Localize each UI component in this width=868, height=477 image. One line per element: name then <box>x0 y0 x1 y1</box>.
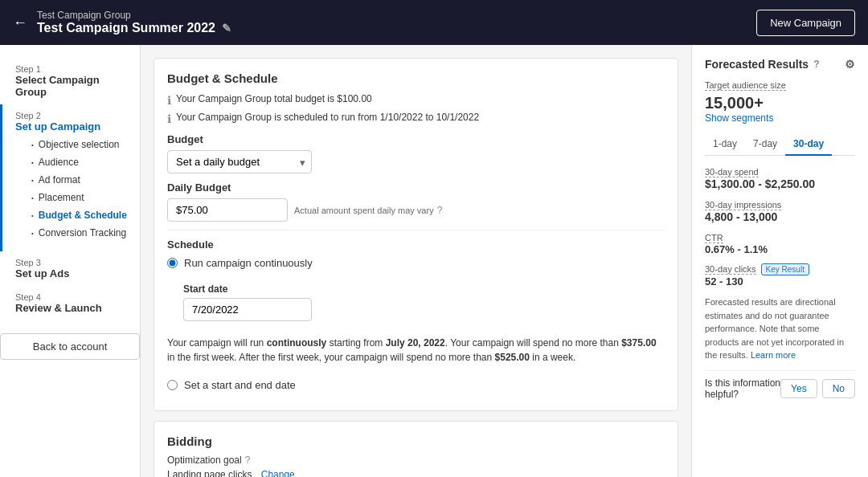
nav-ad-format[interactable]: •Ad format <box>31 171 127 189</box>
run-continuously-label: Run campaign continuously <box>184 257 313 269</box>
bullet-icon: • <box>31 212 34 219</box>
tab-1day[interactable]: 1-day <box>705 133 745 156</box>
forecast-hint-icon: ? <box>813 59 819 70</box>
bullet-icon: • <box>31 230 34 237</box>
audience-label: Target audience size <box>705 80 786 91</box>
step1-title: Select Campaign Group <box>15 74 127 98</box>
step2-label: Step 2 <box>15 111 127 120</box>
content-area: Budget & Schedule ℹ Your Campaign Group … <box>141 45 691 477</box>
sidebar-step4: Step 4 Review & Launch <box>0 286 140 320</box>
run-continuously-radio[interactable] <box>167 258 178 268</box>
key-result-badge: Key Result <box>761 263 809 275</box>
sidebar-step2: Step 2 Set up Campaign •Objective select… <box>0 104 140 251</box>
run-continuously-option[interactable]: Run campaign continuously <box>167 257 665 269</box>
start-date-label: Start date <box>183 283 665 295</box>
set-start-end-option[interactable]: Set a start and end date <box>167 379 665 391</box>
clicks-label: 30-day clicks <box>705 264 756 275</box>
nav-placement[interactable]: •Placement <box>31 189 127 206</box>
campaign-name-row: Test Campaign Summer 2022 ✎ <box>37 21 231 35</box>
optimization-goal-row: Optimization goal ? <box>167 455 665 466</box>
optimization-hint-icon: ? <box>245 455 251 466</box>
impressions-label: 30-day impressions <box>705 200 781 210</box>
set-start-end-radio[interactable] <box>167 380 178 390</box>
budget-schedule-card: Budget & Schedule ℹ Your Campaign Group … <box>154 58 678 411</box>
forecasted-results-label: Forecasted Results <box>705 58 809 71</box>
tab-30day[interactable]: 30-day <box>785 133 832 156</box>
helpful-row: Is this information helpful? Yes No <box>705 370 855 400</box>
divider-1 <box>167 230 665 230</box>
sidebar: Step 1 Select Campaign Group Step 2 Set … <box>0 45 141 477</box>
back-icon: ← <box>13 14 27 31</box>
bullet-icon: • <box>31 194 34 202</box>
bullet-icon: • <box>31 177 34 184</box>
forecast-title-text: Forecasted Results ? <box>705 58 820 71</box>
main-body: Step 1 Select Campaign Group Step 2 Set … <box>0 45 868 477</box>
budget-type-select[interactable]: Set a daily budget Set a total budget No… <box>167 150 312 173</box>
sidebar-step1: Step 1 Select Campaign Group <box>0 58 140 104</box>
daily-budget-input-group: Actual amount spent daily may vary ? <box>167 198 665 222</box>
impressions-metric: 30-day impressions 4,800 - 13,000 <box>705 198 855 223</box>
right-panel: Forecasted Results ? ⚙ Target audience s… <box>691 45 868 477</box>
spend-value: $1,300.00 - $2,250.00 <box>705 177 855 190</box>
bullet-icon: • <box>31 141 34 149</box>
helpful-label: Is this information helpful? <box>705 377 780 400</box>
show-segments-link[interactable]: Show segments <box>705 112 855 124</box>
info-row-2: ℹ Your Campaign Group is scheduled to ru… <box>167 112 665 125</box>
start-date-input[interactable] <box>183 298 312 321</box>
no-button[interactable]: No <box>822 379 855 398</box>
hint-question-icon: ? <box>437 205 443 216</box>
budget-label: Budget <box>167 133 665 145</box>
set-start-end-label: Set a start and end date <box>184 379 296 391</box>
bidding-title: Bidding <box>167 434 665 448</box>
info-icon-2: ℹ <box>167 112 171 125</box>
nav-conversion-tracking[interactable]: •Conversion Tracking <box>31 224 127 242</box>
run-info-text: Your campaign will run continuously star… <box>167 336 665 365</box>
step1-label: Step 1 <box>15 64 127 74</box>
learn-more-link[interactable]: Learn more <box>751 350 796 360</box>
ctr-label: CTR <box>705 233 723 243</box>
start-date-section: Start date <box>183 283 665 321</box>
info-text-2: Your Campaign Group is scheduled to run … <box>176 112 479 123</box>
edit-icon[interactable]: ✎ <box>222 22 231 35</box>
clicks-value: 52 - 130 <box>705 275 855 287</box>
nav-objective[interactable]: •Objective selection <box>31 136 127 153</box>
yes-button[interactable]: Yes <box>780 379 817 398</box>
optimization-goal-label: Optimization goal <box>167 455 242 466</box>
step2-nav-list: •Objective selection •Audience •Ad forma… <box>15 132 127 245</box>
campaign-name: Test Campaign Summer 2022 <box>37 21 215 35</box>
info-text-1: Your Campaign Group total budget is $100… <box>176 93 372 104</box>
step3-label: Step 3 <box>15 258 127 267</box>
ctr-value: 0.67% - 1.1% <box>705 243 855 255</box>
forecast-tabs: 1-day 7-day 30-day <box>705 133 855 156</box>
back-button[interactable]: ← <box>13 14 27 31</box>
new-campaign-button[interactable]: New Campaign <box>756 10 855 36</box>
forecast-gear-icon[interactable]: ⚙ <box>845 58 855 71</box>
sidebar-step3: Step 3 Set up Ads <box>0 251 140 286</box>
tab-7day[interactable]: 7-day <box>745 133 785 156</box>
change-link[interactable]: Change <box>261 469 295 477</box>
spend-label: 30-day spend <box>705 167 759 177</box>
bullet-icon: • <box>31 159 34 166</box>
daily-budget-label: Daily Budget <box>167 181 665 194</box>
back-to-account-button[interactable]: Back to account <box>0 333 140 360</box>
schedule-label: Schedule <box>167 238 665 251</box>
spend-metric: 30-day spend $1,300.00 - $2,250.00 <box>705 165 855 190</box>
budget-schedule-title: Budget & Schedule <box>167 71 665 85</box>
daily-budget-hint: Actual amount spent daily may vary ? <box>294 205 442 216</box>
bidding-card: Bidding Optimization goal ? Landing page… <box>154 421 678 477</box>
landing-page-clicks-row: Landing page clicks Change <box>167 469 665 477</box>
nav-budget-schedule[interactable]: •Budget & Schedule <box>31 206 127 224</box>
daily-budget-input[interactable] <box>167 198 288 222</box>
schedule-radio-group: Run campaign continuously Start date You… <box>167 257 665 391</box>
forecast-note: Forecasted results are directional estim… <box>705 296 855 362</box>
nav-audience[interactable]: •Audience <box>31 153 127 171</box>
forecast-title-row: Forecasted Results ? ⚙ <box>705 58 855 71</box>
clicks-metric: 30-day clicks Key Result 52 - 130 <box>705 263 855 287</box>
header-titles: Test Campaign Group Test Campaign Summer… <box>37 10 231 35</box>
landing-page-clicks-label: Landing page clicks <box>167 469 252 477</box>
info-icon-1: ℹ <box>167 94 171 107</box>
header-left: ← Test Campaign Group Test Campaign Summ… <box>13 10 231 35</box>
step2-title: Set up Campaign <box>15 120 127 132</box>
step4-title: Review & Launch <box>15 302 127 314</box>
campaign-group-label: Test Campaign Group <box>37 10 231 21</box>
